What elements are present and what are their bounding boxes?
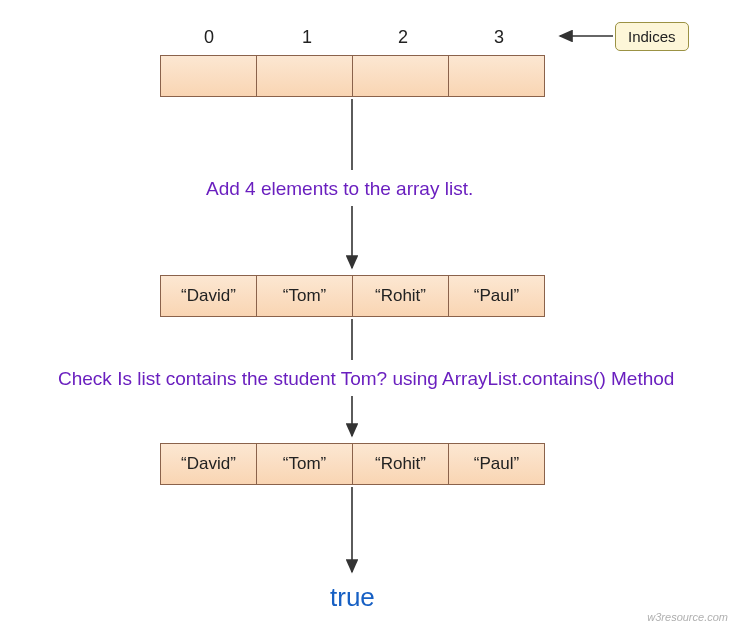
index-2: 2 — [398, 27, 408, 48]
array-cell: “Rohit” — [352, 443, 449, 485]
array-cell: “David” — [160, 443, 257, 485]
array-cell: “Rohit” — [352, 275, 449, 317]
watermark: w3resource.com — [647, 611, 728, 623]
caption-add-elements: Add 4 elements to the array list. — [206, 178, 473, 200]
array-cell: “Paul” — [448, 275, 545, 317]
indices-label-box: Indices — [615, 22, 689, 51]
array-cell — [448, 55, 545, 97]
array-cell — [352, 55, 449, 97]
result-value: true — [330, 582, 375, 613]
index-0: 0 — [204, 27, 214, 48]
array-cell — [160, 55, 257, 97]
index-1: 1 — [302, 27, 312, 48]
array-cell: “Tom” — [256, 443, 353, 485]
array-cell: “David” — [160, 275, 257, 317]
array-row-populated-1: “David” “Tom” “Rohit” “Paul” — [160, 275, 545, 317]
array-cell: “Tom” — [256, 275, 353, 317]
array-cell — [256, 55, 353, 97]
index-3: 3 — [494, 27, 504, 48]
array-row-populated-2: “David” “Tom” “Rohit” “Paul” — [160, 443, 545, 485]
array-cell: “Paul” — [448, 443, 545, 485]
array-row-empty — [160, 55, 545, 97]
indices-label-text: Indices — [628, 28, 676, 45]
caption-contains-check: Check Is list contains the student Tom? … — [58, 368, 674, 390]
diagram-canvas: 0 1 2 3 Indices Add 4 elements to the ar… — [0, 0, 734, 627]
